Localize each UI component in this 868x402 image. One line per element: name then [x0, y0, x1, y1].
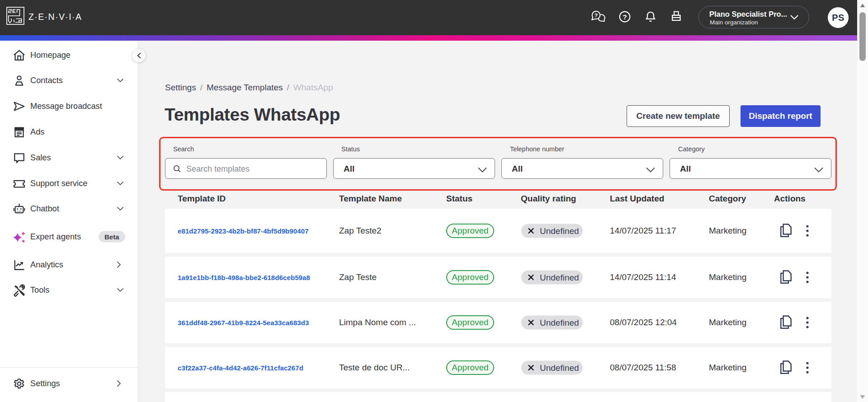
svg-text:?: ?: [594, 13, 598, 18]
svg-text:?: ?: [623, 13, 627, 21]
